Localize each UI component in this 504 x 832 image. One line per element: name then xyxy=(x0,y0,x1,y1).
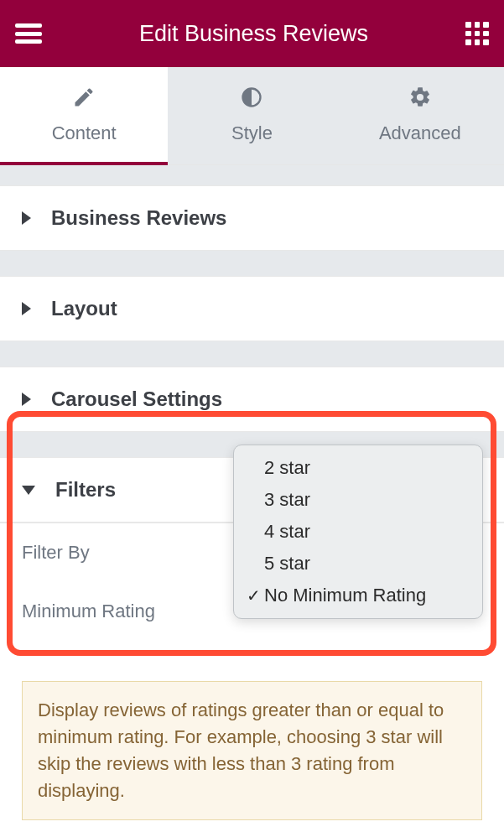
option-label: 5 star xyxy=(264,553,467,575)
tab-advanced[interactable]: Advanced xyxy=(336,67,504,164)
app-header: Edit Business Reviews xyxy=(0,0,504,67)
setting-label: Minimum Rating xyxy=(22,601,155,622)
section-layout[interactable]: Layout xyxy=(0,276,504,341)
section-business-reviews[interactable]: Business Reviews xyxy=(0,185,504,251)
setting-label: Filter By xyxy=(22,542,90,564)
info-note: Display reviews of ratings greater than … xyxy=(22,681,482,820)
contrast-icon xyxy=(168,86,335,112)
option-label: 4 star xyxy=(264,521,467,543)
option-label: 2 star xyxy=(264,457,467,479)
dropdown-option[interactable]: 3 star xyxy=(234,484,482,516)
dropdown-option[interactable]: 4 star xyxy=(234,516,482,548)
spacer xyxy=(0,251,504,276)
tab-label: Content xyxy=(52,122,117,143)
spacer xyxy=(0,165,504,185)
section-title: Carousel Settings xyxy=(51,387,222,411)
header-title: Edit Business Reviews xyxy=(42,21,465,47)
chevron-right-icon xyxy=(22,393,31,406)
chevron-down-icon xyxy=(22,486,35,495)
dropdown-option[interactable]: 5 star xyxy=(234,548,482,580)
section-title: Business Reviews xyxy=(51,206,226,230)
option-label: 3 star xyxy=(264,489,467,511)
chevron-right-icon xyxy=(22,302,31,315)
section-carousel-settings[interactable]: Carousel Settings xyxy=(0,367,504,432)
tabs: Content Style Advanced xyxy=(0,67,504,165)
apps-grid-icon[interactable] xyxy=(465,22,489,45)
minimum-rating-dropdown[interactable]: 2 star 3 star 4 star 5 star ✓ No Minimum… xyxy=(233,445,483,619)
menu-icon[interactable] xyxy=(15,23,42,44)
section-title: Layout xyxy=(51,297,117,320)
tab-label: Style xyxy=(231,122,273,143)
dropdown-option-selected[interactable]: ✓ No Minimum Rating xyxy=(234,580,482,611)
gear-icon xyxy=(336,86,504,112)
tab-content[interactable]: Content xyxy=(0,67,168,164)
chevron-right-icon xyxy=(22,211,31,225)
tab-style[interactable]: Style xyxy=(168,67,335,164)
dropdown-option[interactable]: 2 star xyxy=(234,452,482,484)
pencil-icon xyxy=(0,86,168,112)
check-icon: ✓ xyxy=(242,585,264,606)
note-wrap: Display reviews of ratings greater than … xyxy=(0,681,504,832)
option-label: No Minimum Rating xyxy=(264,585,467,606)
section-title: Filters xyxy=(55,478,116,502)
spacer xyxy=(0,341,504,367)
tab-label: Advanced xyxy=(379,122,461,143)
